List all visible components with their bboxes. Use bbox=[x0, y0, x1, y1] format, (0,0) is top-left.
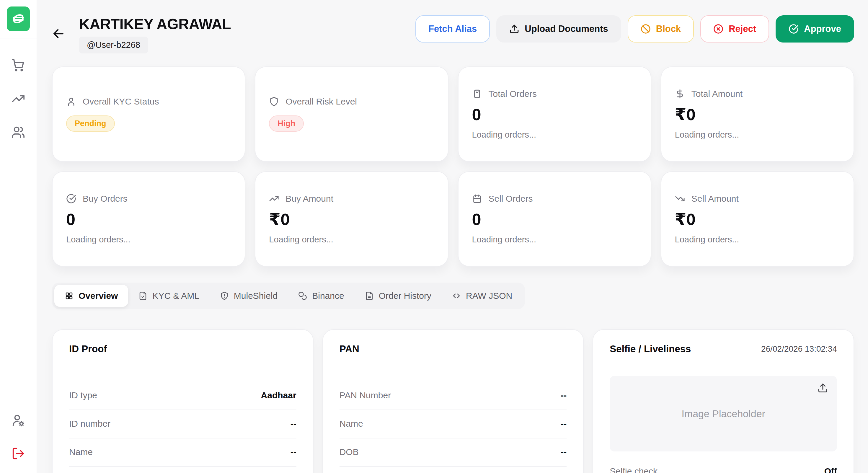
tab-label: Binance bbox=[312, 291, 344, 301]
stat-card-sell-orders: Sell Orders 0 Loading orders... bbox=[458, 171, 651, 266]
detail-row: ID type Aadhaar bbox=[69, 382, 297, 410]
reject-button[interactable]: Reject bbox=[700, 15, 769, 42]
selfie-panel: Selfie / Liveliness 26/02/2026 13:02:34 … bbox=[593, 329, 854, 473]
stat-value: ₹0 bbox=[675, 105, 840, 124]
row-label: Name bbox=[69, 447, 93, 457]
reject-label: Reject bbox=[728, 24, 756, 34]
selfie-timestamp: 26/02/2026 13:02:34 bbox=[761, 344, 837, 354]
shield-icon bbox=[269, 97, 279, 106]
detail-row: Name -- bbox=[340, 410, 567, 438]
id-proof-panel: ID Proof ID type Aadhaar ID number -- Na… bbox=[52, 329, 314, 473]
check-circle-icon bbox=[788, 24, 799, 34]
sidebar-bottom bbox=[11, 413, 25, 461]
id-proof-rows: ID type Aadhaar ID number -- Name -- DOB… bbox=[69, 382, 297, 473]
trending-up-icon bbox=[11, 92, 25, 105]
sidebar-item-account-settings[interactable] bbox=[11, 413, 25, 428]
selfie-upload-button[interactable] bbox=[817, 382, 829, 393]
row-label: PAN Number bbox=[340, 390, 391, 400]
sidebar-item-users[interactable] bbox=[11, 125, 25, 139]
panel-title: Selfie / Liveliness bbox=[610, 343, 691, 355]
row-value: Aadhaar bbox=[261, 390, 297, 400]
calendar-icon bbox=[472, 194, 482, 204]
stat-label: Overall KYC Status bbox=[83, 97, 159, 106]
detail-row: DOB -- bbox=[340, 438, 567, 467]
upload-documents-button[interactable]: Upload Documents bbox=[496, 15, 621, 42]
block-button[interactable]: Block bbox=[628, 15, 694, 42]
stat-card-buy-amount: Buy Amount ₹0 Loading orders... bbox=[255, 171, 448, 266]
panel-title: PAN bbox=[340, 343, 359, 355]
tab-label: RAW JSON bbox=[466, 291, 512, 301]
stat-head: Total Amount bbox=[675, 89, 840, 99]
risk-level-badge: High bbox=[269, 116, 304, 132]
arrow-left-icon bbox=[52, 27, 65, 40]
row-label: ID number bbox=[69, 419, 111, 429]
panel-head: PAN bbox=[340, 343, 567, 355]
approve-button[interactable]: Approve bbox=[776, 15, 854, 42]
trending-down-icon bbox=[675, 194, 685, 204]
user-title-block: KARTIKEY AGRAWAL @User-b2268 bbox=[79, 17, 231, 54]
back-button[interactable] bbox=[52, 27, 66, 41]
stat-subtext: Loading orders... bbox=[675, 130, 840, 140]
upload-documents-label: Upload Documents bbox=[525, 24, 608, 34]
sidebar-item-orders[interactable] bbox=[11, 58, 25, 72]
row-label: Selfie check bbox=[610, 466, 657, 473]
selfie-check-row: Selfie check Off bbox=[610, 463, 837, 473]
x-circle-icon bbox=[713, 24, 723, 34]
ban-icon bbox=[641, 24, 651, 34]
sidebar-item-analytics[interactable] bbox=[11, 92, 25, 106]
tab-muleshield[interactable]: MuleShield bbox=[210, 285, 288, 307]
panel-head: Selfie / Liveliness 26/02/2026 13:02:34 bbox=[610, 343, 837, 355]
detail-row: DOB -- bbox=[69, 467, 297, 473]
stat-head: Sell Amount bbox=[675, 194, 840, 204]
check-circle-icon bbox=[66, 194, 76, 204]
row-label: ID type bbox=[69, 390, 97, 400]
sidebar-item-logout[interactable] bbox=[11, 446, 25, 461]
stat-value: ₹0 bbox=[675, 210, 840, 229]
users-icon bbox=[11, 125, 25, 139]
dollar-icon bbox=[675, 89, 685, 99]
stat-card-total-amount: Total Amount ₹0 Loading orders... bbox=[661, 66, 854, 162]
trending-up-icon bbox=[269, 194, 279, 204]
stat-label: Sell Amount bbox=[691, 194, 739, 204]
stat-head: Buy Orders bbox=[66, 194, 231, 204]
tab-raw-json[interactable]: RAW JSON bbox=[442, 285, 523, 307]
kyc-status-badge: Pending bbox=[66, 116, 115, 132]
row-label: Name bbox=[340, 419, 363, 429]
shopping-bag-icon bbox=[472, 89, 482, 99]
brand-logo[interactable] bbox=[7, 6, 30, 31]
stat-card-total-orders: Total Orders 0 Loading orders... bbox=[458, 66, 651, 162]
stat-subtext: Loading orders... bbox=[269, 235, 434, 245]
stat-label: Sell Orders bbox=[489, 194, 533, 204]
logout-icon bbox=[11, 447, 25, 460]
stat-head: Overall Risk Level bbox=[269, 97, 434, 106]
pan-rows: PAN Number -- Name -- DOB -- Aadhaar lin… bbox=[340, 382, 567, 473]
stat-head: Sell Orders bbox=[472, 194, 637, 204]
row-value: -- bbox=[290, 447, 297, 457]
tab-label: MuleShield bbox=[234, 291, 278, 301]
row-value: Off bbox=[824, 466, 837, 473]
stat-card-kyc-status: Overall KYC Status Pending bbox=[52, 66, 245, 162]
stat-value: 0 bbox=[66, 210, 231, 229]
stat-head: Total Orders bbox=[472, 89, 637, 99]
tab-kyc-aml[interactable]: KYC & AML bbox=[128, 285, 209, 307]
stat-label: Total Amount bbox=[691, 89, 743, 99]
stat-head: Buy Amount bbox=[269, 194, 434, 204]
selfie-image-placeholder: Image Placeholder bbox=[610, 376, 837, 451]
stat-card-buy-orders: Buy Orders 0 Loading orders... bbox=[52, 171, 245, 266]
fetch-alias-button[interactable]: Fetch Alias bbox=[415, 15, 490, 42]
tab-label: Overview bbox=[79, 291, 118, 301]
stat-label: Buy Orders bbox=[83, 194, 128, 204]
coins-icon bbox=[298, 291, 307, 300]
tab-bar: Overview KYC & AML MuleShield Binance Or… bbox=[52, 283, 525, 309]
stat-subtext: Loading orders... bbox=[66, 235, 231, 245]
row-value: -- bbox=[290, 419, 297, 429]
row-label: DOB bbox=[340, 447, 359, 457]
tab-overview[interactable]: Overview bbox=[54, 285, 128, 307]
stat-value: 0 bbox=[472, 105, 637, 124]
stat-label: Overall Risk Level bbox=[285, 97, 357, 106]
detail-row: PAN Number -- bbox=[340, 382, 567, 410]
row-value: -- bbox=[561, 447, 566, 457]
tab-binance[interactable]: Binance bbox=[288, 285, 354, 307]
tab-order-history[interactable]: Order History bbox=[354, 285, 442, 307]
stat-card-risk-level: Overall Risk Level High bbox=[255, 66, 448, 162]
